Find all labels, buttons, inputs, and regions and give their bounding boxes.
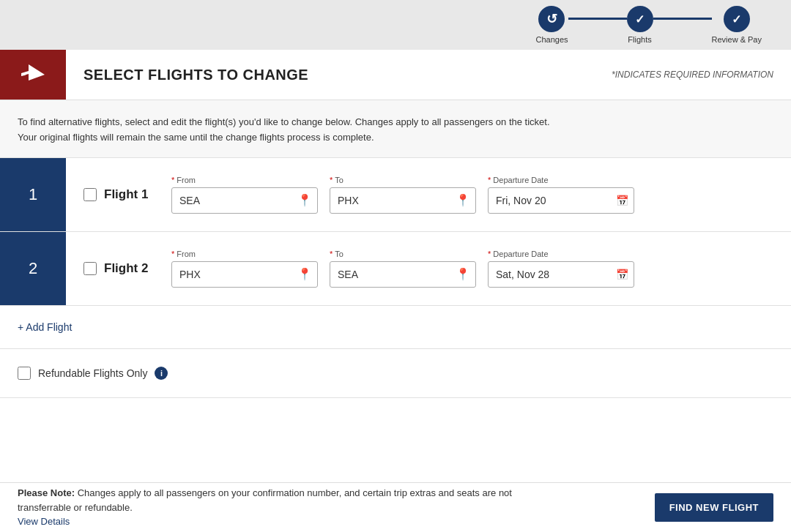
main-content: SELECT FLIGHTS TO CHANGE *INDICATES REQU… [0, 50, 791, 525]
flight-1-date-group: * Departure Date 📅 [488, 176, 634, 214]
flight-2-from-wrap: 📍 [171, 261, 318, 288]
flight-1-date-label: * Departure Date [488, 176, 634, 184]
page-title-area: SELECT FLIGHTS TO CHANGE *INDICATES REQU… [66, 50, 791, 100]
flight-2-from-input[interactable] [171, 261, 318, 288]
flight-1-to-group: * To 📍 [330, 176, 476, 214]
flight-1-content: Flight 1 * From 📍 * To [66, 158, 791, 231]
required-note: *INDICATES REQUIRED INFORMATION [612, 70, 773, 80]
flight-2-content: Flight 2 * From 📍 * To [66, 232, 791, 305]
step-changes-label: Changes [535, 35, 568, 44]
info-icon[interactable]: i [155, 367, 168, 380]
flight-1-to-label: * To [330, 176, 476, 184]
flight-2-name: Flight 2 [104, 261, 148, 276]
page-header: SELECT FLIGHTS TO CHANGE *INDICATES REQU… [0, 50, 791, 100]
refundable-label: Refundable Flights Only [38, 367, 147, 379]
connector-1 [568, 18, 627, 20]
step-review-pay: ✓ Review & Pay [712, 6, 762, 44]
flight-2-from-label: * From [171, 250, 318, 258]
bottom-note-bold: Please Note: [18, 487, 75, 498]
flight-2-from-group: * From 📍 [171, 250, 318, 288]
flight-2-date-wrap: 📅 [488, 261, 634, 288]
flight-2-date-group: * Departure Date 📅 [488, 250, 634, 288]
view-details-link[interactable]: View Details [18, 516, 70, 527]
flight-2-to-label: * To [330, 250, 476, 258]
bottom-note-text: Changes apply to all passengers on your … [18, 487, 512, 513]
plane-icon [18, 60, 48, 89]
flight-1-from-wrap: 📍 [171, 187, 318, 214]
flight-1-from-label: * From [171, 176, 318, 184]
description-line1: To find alternative flights, select and … [18, 115, 773, 130]
content-with-sidebar: To find alternative flights, select and … [0, 100, 791, 525]
step-flights-label: Flights [628, 35, 651, 44]
flight-1-date-input[interactable] [488, 187, 634, 214]
flight-2-to-group: * To 📍 [330, 250, 476, 288]
flight-2-to-input[interactable] [330, 261, 476, 288]
flight-2-section: 2 Flight 2 * From 📍 [0, 232, 791, 306]
connector-2 [653, 18, 712, 20]
refundable-checkbox[interactable] [18, 367, 31, 380]
flight-1-fields: * From 📍 * To 📍 [171, 176, 773, 214]
bottom-note: Please Note: Changes apply to all passen… [18, 486, 567, 529]
flight-1-to-input[interactable] [330, 187, 476, 214]
step-changes-circle: ↺ [538, 6, 565, 32]
find-new-flight-button[interactable]: FIND NEW FLIGHT [655, 493, 773, 522]
flight-2-to-wrap: 📍 [330, 261, 476, 288]
flight-1-sidebar-num: 1 [0, 158, 66, 231]
step-review-pay-label: Review & Pay [712, 35, 762, 44]
flight-2-date-input[interactable] [488, 261, 634, 288]
flight-2-checkbox[interactable] [83, 262, 97, 275]
flight-2-fields: * From 📍 * To 📍 [171, 250, 773, 288]
flight-2-checkbox-label[interactable]: Flight 2 [83, 261, 157, 276]
step-review-pay-circle: ✓ [724, 6, 750, 32]
main-panel: To find alternative flights, select and … [0, 100, 791, 525]
page-title: SELECT FLIGHTS TO CHANGE [83, 67, 308, 83]
flight-1-name: Flight 1 [104, 187, 148, 202]
progress-bar: ↺ Changes ✓ Flights ✓ Review & Pay [0, 0, 791, 50]
flight-1-checkbox-label[interactable]: Flight 1 [83, 187, 157, 202]
step-changes: ↺ Changes [535, 6, 568, 44]
flight-2-sidebar-num: 2 [0, 232, 66, 305]
flight-1-from-group: * From 📍 [171, 176, 318, 214]
plane-icon-box [0, 50, 66, 100]
progress-steps: ↺ Changes ✓ Flights ✓ Review & Pay [535, 6, 762, 44]
step-flights-circle: ✓ [627, 6, 653, 32]
flight-1-checkbox[interactable] [83, 188, 97, 201]
flight-2-date-label: * Departure Date [488, 250, 634, 258]
flight-1-from-input[interactable] [171, 187, 318, 214]
flight-1-to-wrap: 📍 [330, 187, 476, 214]
bottom-bar: Please Note: Changes apply to all passen… [0, 482, 791, 532]
description-section: To find alternative flights, select and … [0, 100, 791, 158]
flight-1-section: 1 Flight 1 * From 📍 [0, 158, 791, 232]
flight-1-date-wrap: 📅 [488, 187, 634, 214]
refundable-section: Refundable Flights Only i [0, 349, 791, 398]
step-flights: ✓ Flights [627, 6, 653, 44]
add-flight-button[interactable]: + Add Flight [18, 321, 72, 333]
description-line2: Your original flights will remain the sa… [18, 130, 773, 146]
add-flight-section: + Add Flight [0, 306, 791, 349]
